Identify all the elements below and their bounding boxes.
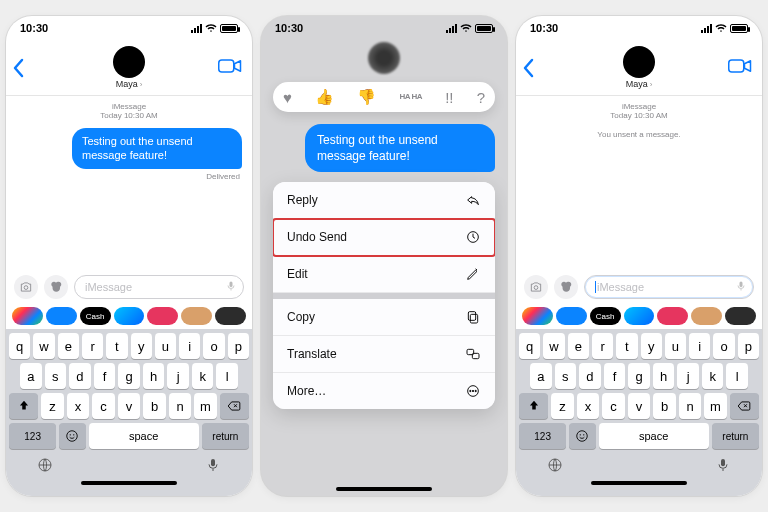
key-h[interactable]: h [653,363,675,389]
globe-key[interactable] [547,457,563,477]
numbers-key[interactable]: 123 [9,423,56,449]
keyboard[interactable]: qwertyuiop asdfghjkl zxcvbnm 123 space r… [6,329,252,496]
key-f[interactable]: f [94,363,116,389]
home-indicator[interactable] [591,481,687,485]
contact-name[interactable]: Maya› [116,79,143,89]
key-o[interactable]: o [713,333,734,359]
key-n[interactable]: n [169,393,192,419]
key-v[interactable]: v [118,393,141,419]
key-d[interactable]: d [69,363,91,389]
contact-avatar[interactable] [113,46,145,78]
back-button[interactable] [522,58,536,84]
key-b[interactable]: b [143,393,166,419]
app-drawer-button[interactable] [554,275,578,299]
app-memoji-2[interactable] [725,307,756,325]
key-l[interactable]: l [726,363,748,389]
key-s[interactable]: s [555,363,577,389]
app-memoji-1[interactable] [691,307,722,325]
key-z[interactable]: z [551,393,574,419]
key-i[interactable]: i [689,333,710,359]
key-z[interactable]: z [41,393,64,419]
key-g[interactable]: g [118,363,140,389]
message-input[interactable]: iMessage [584,275,754,299]
app-photos[interactable] [522,307,553,325]
key-r[interactable]: r [592,333,613,359]
app-search[interactable] [657,307,688,325]
conversation-area[interactable]: iMessage Today 10:30 AM Testing out the … [6,96,252,271]
key-m[interactable]: m [704,393,727,419]
key-g[interactable]: g [628,363,650,389]
camera-button[interactable] [524,275,548,299]
key-c[interactable]: c [92,393,115,419]
app-app-store[interactable] [556,307,587,325]
key-y[interactable]: y [641,333,662,359]
key-h[interactable]: h [143,363,165,389]
tapback-heart[interactable]: ♥ [283,89,292,106]
key-k[interactable]: k [702,363,724,389]
app-memoji-2[interactable] [215,307,246,325]
app-photos[interactable] [12,307,43,325]
keyboard[interactable]: qwertyuiop asdfghjkl zxcvbnm 123 space r… [516,329,762,496]
key-f[interactable]: f [604,363,626,389]
tapback-exclaim[interactable]: !! [445,89,453,106]
camera-button[interactable] [14,275,38,299]
app-app-store[interactable] [46,307,77,325]
ctx-copy[interactable]: Copy [273,299,495,336]
key-a[interactable]: a [20,363,42,389]
contact-avatar[interactable] [623,46,655,78]
facetime-button[interactable] [728,58,752,74]
key-l[interactable]: l [216,363,238,389]
key-w[interactable]: w [33,333,54,359]
dictation-key[interactable] [715,457,731,477]
key-i[interactable]: i [179,333,200,359]
key-x[interactable]: x [67,393,90,419]
sent-message-bubble[interactable]: Testing out the unsend message feature! [72,128,242,169]
key-o[interactable]: o [203,333,224,359]
tapback-thumbs-down[interactable]: 👎 [357,88,376,106]
key-u[interactable]: u [665,333,686,359]
key-c[interactable]: c [602,393,625,419]
ctx-reply[interactable]: Reply [273,182,495,219]
shift-key[interactable] [519,393,548,419]
facetime-button[interactable] [218,58,242,74]
key-p[interactable]: p [738,333,759,359]
app-strip[interactable]: Cash [516,305,762,329]
key-s[interactable]: s [45,363,67,389]
app-apple-cash[interactable]: Cash [80,307,111,325]
key-u[interactable]: u [155,333,176,359]
emoji-key[interactable] [569,423,595,449]
home-indicator[interactable] [81,481,177,485]
message-input[interactable]: iMessage [74,275,244,299]
backspace-key[interactable] [220,393,249,419]
emoji-key[interactable] [59,423,85,449]
key-k[interactable]: k [192,363,214,389]
back-button[interactable] [12,58,26,84]
key-m[interactable]: m [194,393,217,419]
key-v[interactable]: v [628,393,651,419]
app-audio[interactable] [114,307,145,325]
backspace-key[interactable] [730,393,759,419]
app-apple-cash[interactable]: Cash [590,307,621,325]
key-y[interactable]: y [131,333,152,359]
dictation-key[interactable] [205,457,221,477]
key-b[interactable]: b [653,393,676,419]
key-t[interactable]: t [616,333,637,359]
key-w[interactable]: w [543,333,564,359]
ctx-translate[interactable]: Translate [273,336,495,373]
key-a[interactable]: a [530,363,552,389]
contact-name[interactable]: Maya› [626,79,653,89]
ctx-edit[interactable]: Edit [273,256,495,293]
shift-key[interactable] [9,393,38,419]
dictation-icon[interactable] [225,280,237,295]
key-n[interactable]: n [679,393,702,419]
tapback-question[interactable]: ? [477,89,485,106]
space-key[interactable]: space [89,423,199,449]
tapback-haha[interactable]: HA HA [399,93,422,100]
key-e[interactable]: e [568,333,589,359]
key-r[interactable]: r [82,333,103,359]
key-x[interactable]: x [577,393,600,419]
conversation-area[interactable]: iMessage Today 10:30 AM You unsent a mes… [516,96,762,271]
key-d[interactable]: d [579,363,601,389]
sent-message-bubble[interactable]: Testing out the unsend message feature! [305,124,495,172]
key-e[interactable]: e [58,333,79,359]
